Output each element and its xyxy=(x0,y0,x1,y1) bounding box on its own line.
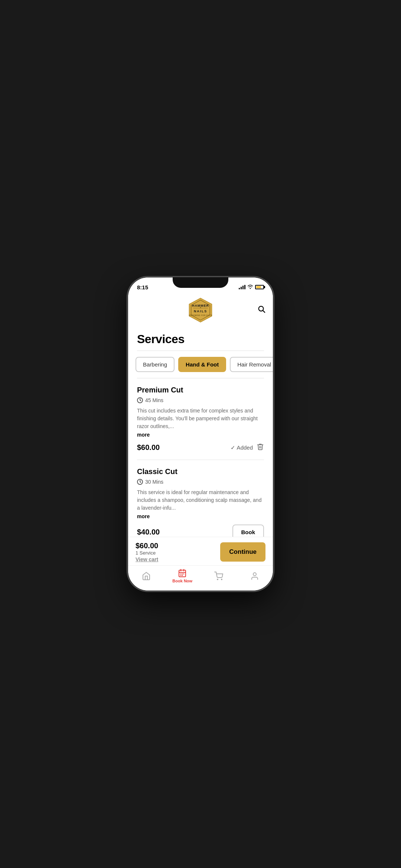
nav-cart[interactable] xyxy=(208,572,230,581)
svg-point-19 xyxy=(221,579,222,580)
bottom-nav: Book Now xyxy=(128,565,273,591)
check-icon: ✓ Added xyxy=(231,444,253,451)
status-time: 8:15 xyxy=(137,284,148,290)
continue-button[interactable]: Continue xyxy=(220,542,265,562)
service-duration-premium-cut: 45 Mins xyxy=(137,397,264,403)
service-price-premium-cut: $60.00 xyxy=(137,443,160,452)
service-desc-premium-cut: This cut includes extra time for complex… xyxy=(137,407,264,430)
service-premium-cut: Premium Cut 45 Mins This cut includes ex… xyxy=(137,378,264,460)
view-cart-link[interactable]: View cart xyxy=(136,556,158,562)
service-duration-classic-cut: 30 Mins xyxy=(137,479,264,485)
service-classic-cut: Classic Cut 30 Mins This service is idea… xyxy=(137,460,264,537)
search-button[interactable] xyxy=(257,305,265,315)
service-desc-classic-cut: This service is ideal for regular mainte… xyxy=(137,489,264,512)
book-button-classic-cut[interactable]: Book xyxy=(232,525,264,537)
service-more-classic-cut[interactable]: more xyxy=(137,513,264,519)
service-footer-premium-cut: $60.00 ✓ Added xyxy=(137,443,264,452)
clock-icon-2 xyxy=(137,479,143,485)
content-area: Services Barbering Hand & Foot Hair Remo… xyxy=(128,326,273,537)
battery-icon xyxy=(255,285,264,289)
svg-text:NAILS: NAILS xyxy=(194,309,207,313)
nav-profile[interactable] xyxy=(244,572,266,581)
svg-line-8 xyxy=(263,311,265,313)
service-name-premium-cut: Premium Cut xyxy=(137,386,264,394)
svg-text:✦: ✦ xyxy=(200,306,201,309)
svg-point-20 xyxy=(253,573,256,576)
logo: HAMMER ✦ NAILS GROOMING FOR GUYS xyxy=(187,297,214,323)
added-status: ✓ Added xyxy=(231,443,264,452)
app-header: HAMMER ✦ NAILS GROOMING FOR GUYS xyxy=(128,294,273,326)
tab-hair-removal[interactable]: Hair Removal xyxy=(230,357,273,372)
calendar-icon xyxy=(178,569,187,578)
service-price-classic-cut: $40.00 xyxy=(137,528,160,536)
cart-info: $60.00 1 Service View cart xyxy=(136,542,158,562)
svg-point-18 xyxy=(217,579,218,580)
signal-icon xyxy=(239,285,245,289)
nav-home[interactable] xyxy=(135,572,157,581)
service-more-premium-cut[interactable]: more xyxy=(137,432,264,438)
logo-svg: HAMMER ✦ NAILS GROOMING FOR GUYS xyxy=(187,297,214,323)
duration-text-classic-cut: 30 Mins xyxy=(145,479,163,485)
notch xyxy=(173,277,228,288)
svg-point-7 xyxy=(259,306,264,311)
wifi-icon xyxy=(247,285,253,290)
person-icon xyxy=(250,572,259,581)
service-footer-classic-cut: $40.00 Book xyxy=(137,525,264,537)
svg-text:GROOMING FOR GUYS: GROOMING FOR GUYS xyxy=(189,315,212,316)
service-name-classic-cut: Classic Cut xyxy=(137,467,264,476)
category-tabs: Barbering Hand & Foot Hair Removal xyxy=(128,351,273,378)
services-list: Premium Cut 45 Mins This cut includes ex… xyxy=(128,378,273,537)
phone-screen: 8:15 xyxy=(128,277,273,591)
phone-frame: 8:15 xyxy=(128,277,273,591)
cart-count: 1 Service xyxy=(136,550,158,556)
nav-book-now-label: Book Now xyxy=(172,579,192,583)
page-title-section: Services xyxy=(128,326,273,351)
tab-hand-foot[interactable]: Hand & Foot xyxy=(178,357,226,372)
cart-footer: $60.00 1 Service View cart Continue xyxy=(128,537,273,565)
home-icon xyxy=(142,572,151,581)
delete-button-premium-cut[interactable] xyxy=(257,443,264,452)
duration-text-premium-cut: 45 Mins xyxy=(145,397,163,403)
cart-price: $60.00 xyxy=(136,542,158,550)
nav-book-now[interactable]: Book Now xyxy=(171,569,193,583)
cart-icon xyxy=(214,572,223,581)
clock-icon xyxy=(137,397,143,403)
tab-barbering[interactable]: Barbering xyxy=(136,357,175,372)
page-title: Services xyxy=(137,332,264,346)
status-icons xyxy=(239,285,264,290)
